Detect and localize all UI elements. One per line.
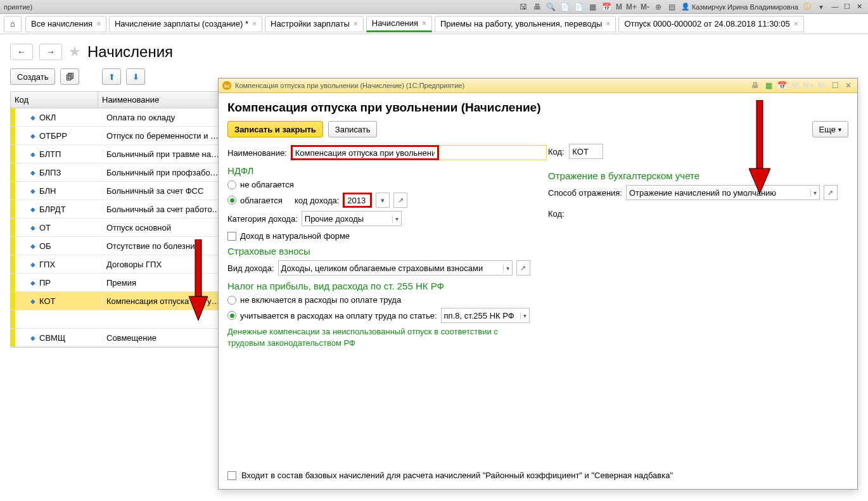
nav-forward-button[interactable]: →: [39, 44, 62, 60]
preview-icon[interactable]: 🔍: [546, 2, 556, 12]
tab-salary-create[interactable]: Начисление зарплаты (создание) *×: [109, 16, 262, 32]
row-marker: [11, 292, 15, 310]
save-icon[interactable]: 🖫: [518, 2, 528, 12]
code-label2: Код:: [548, 147, 565, 156]
code-text: СВМЩ: [39, 333, 65, 343]
cell-name: Больничный при профзаболевании: [103, 168, 225, 177]
table-row[interactable]: ◆ГПХДоговоры ГПХ: [11, 255, 225, 274]
name-extra[interactable]: [439, 145, 547, 160]
dlg-calendar-icon[interactable]: 📅: [777, 80, 787, 91]
code-label: Код:: [548, 209, 565, 219]
row-marker: [11, 274, 15, 291]
col-code[interactable]: Код: [11, 92, 98, 108]
table-row[interactable]: ◆БЛРДТБольничный за счет работодателя: [11, 200, 225, 219]
calendar-icon[interactable]: 📅: [602, 2, 612, 12]
print-icon[interactable]: 🖶: [532, 2, 542, 12]
table-row[interactable]: [11, 310, 225, 329]
tab-all-accruals[interactable]: Все начисления×: [25, 16, 106, 32]
memory-mminus[interactable]: M-: [641, 3, 649, 11]
memory-m[interactable]: M: [616, 3, 622, 11]
close-icon[interactable]: ×: [252, 20, 257, 29]
profit-article-select[interactable]: пп.8, ст.255 НК РФ ▾: [441, 308, 530, 323]
table-row[interactable]: ◆ПРПремия: [11, 274, 225, 292]
tab-vacation[interactable]: Отпуск 0000-000002 от 24.08.2018 11:30:0…: [618, 16, 803, 32]
item-icon: ◆: [30, 114, 35, 121]
page-header: ← → ★ Начисления: [0, 34, 868, 65]
dlg-close-icon[interactable]: ✕: [843, 80, 853, 91]
tab-label: Отпуск 0000-000002 от 24.08.2018 11:30:0…: [624, 19, 789, 29]
tab-salary-settings[interactable]: Настройки зарплаты×: [265, 16, 364, 32]
close-icon[interactable]: ×: [794, 20, 798, 29]
close-icon[interactable]: ×: [422, 19, 426, 28]
dialog-heading: Компенсация отпуска при увольнении (Начи…: [227, 101, 848, 115]
acct-method-select[interactable]: Отражение начислений по умолчанию ▾: [626, 185, 820, 200]
grid-icon[interactable]: ▦: [588, 2, 598, 12]
tab-label: Все начисления: [31, 19, 93, 29]
move-up-button[interactable]: ⬆: [102, 68, 121, 85]
name-input[interactable]: [291, 145, 439, 160]
row-marker: [11, 200, 15, 218]
tab-hiring[interactable]: Приемы на работу, увольнения, переводы×: [435, 16, 616, 32]
open-button[interactable]: ↗: [516, 260, 530, 276]
code-input[interactable]: [569, 144, 603, 159]
col-name[interactable]: Наименование: [98, 92, 225, 108]
nav-back-button[interactable]: ←: [10, 44, 33, 60]
table-row[interactable]: ◆ОТБРРОтпуск по беременности и родам: [11, 127, 225, 145]
profit-included-radio[interactable]: учитывается в расходах на оплату труда п…: [227, 308, 848, 323]
dropdown-button[interactable]: ▾: [376, 193, 390, 208]
zoom-icon[interactable]: ⊕: [653, 2, 663, 12]
radio-label: не включается в расходы по оплате труда: [240, 295, 401, 305]
income-type-label: Вид дохода:: [227, 263, 274, 273]
income-code-input[interactable]: [343, 193, 372, 208]
table-row[interactable]: ◆БЛТПБольничный при травме на производст…: [11, 145, 225, 163]
table-row[interactable]: ◆ОТОтпуск основной: [11, 219, 225, 237]
tab-label: Начисление зарплаты (создание) *: [115, 19, 248, 29]
footer-checkbox[interactable]: Входит в состав базовых начислений для р…: [227, 471, 673, 480]
table-row[interactable]: ◆БЛНБольничный за счет ФСС: [11, 182, 225, 200]
move-down-button[interactable]: ⬇: [126, 68, 145, 85]
item-icon: ◆: [30, 334, 35, 341]
dlg-mplus[interactable]: M+: [803, 80, 814, 91]
favorite-icon[interactable]: ★: [68, 44, 81, 60]
row-marker: [11, 255, 15, 273]
minimize-button[interactable]: —: [830, 3, 840, 10]
table-row[interactable]: ◆КОТКомпенсация отпуска при увольнении: [11, 292, 225, 310]
tab-accruals[interactable]: Начисления×: [366, 16, 432, 32]
home-tab[interactable]: ⌂: [4, 16, 22, 32]
doc2-icon[interactable]: 📄: [574, 2, 584, 12]
calc-icon[interactable]: ▤: [667, 2, 677, 12]
save-close-button[interactable]: Записать и закрыть: [227, 121, 323, 137]
profit-not-included-radio[interactable]: не включается в расходы по оплате труда: [227, 295, 848, 305]
dropdown-icon[interactable]: ▾: [816, 2, 826, 12]
cell-code: ◆БЛТП: [15, 149, 103, 159]
info-icon[interactable]: ⓘ: [802, 2, 812, 12]
maximize-button[interactable]: ☐: [842, 3, 852, 11]
close-icon[interactable]: ×: [354, 20, 358, 29]
close-icon[interactable]: ×: [606, 20, 610, 29]
radio-icon: [227, 196, 236, 205]
memory-mplus[interactable]: M+: [626, 3, 637, 11]
income-type-select[interactable]: Доходы, целиком облагаемые страховыми вз…: [278, 260, 513, 276]
open-button[interactable]: ↗: [824, 185, 838, 200]
create-button[interactable]: Создать: [10, 68, 55, 85]
doc-icon[interactable]: 📄: [560, 2, 570, 12]
dlg-mminus[interactable]: M-: [817, 80, 827, 91]
table-row[interactable]: ◆БЛПЗБольничный при профзаболевании: [11, 163, 225, 182]
user-name-label: Казмирчук Ирина Владимировна: [692, 3, 798, 11]
natural-income-checkbox[interactable]: Доход в натуральной форме: [227, 231, 848, 241]
dlg-maximize-icon[interactable]: ☐: [830, 80, 840, 91]
copy-button[interactable]: 🗐: [60, 68, 79, 85]
current-user[interactable]: 👤 Казмирчук Ирина Владимировна: [681, 3, 798, 11]
close-button[interactable]: ✕: [854, 3, 864, 11]
save-button[interactable]: Записать: [328, 121, 378, 137]
row-marker: [11, 237, 15, 255]
open-button[interactable]: ↗: [393, 193, 407, 208]
dlg-print-icon[interactable]: 🖶: [750, 80, 760, 91]
table-row[interactable]: ◆ОКЛОплата по окладу: [11, 108, 225, 127]
table-row[interactable]: ◆ОБОтсутствие по болезни: [11, 237, 225, 255]
table-row[interactable]: ◆СВМЩСовмещение: [11, 329, 225, 347]
dlg-grid-icon[interactable]: ▦: [763, 80, 774, 91]
dlg-m[interactable]: M: [790, 80, 800, 91]
income-category-select[interactable]: Прочие доходы ▾: [302, 211, 402, 226]
close-icon[interactable]: ×: [96, 20, 101, 29]
